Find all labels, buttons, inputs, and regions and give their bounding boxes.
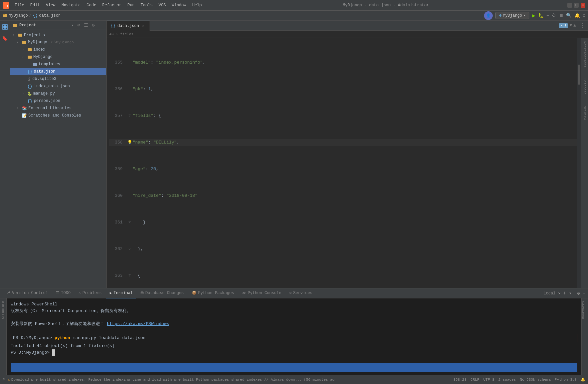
status-notifications[interactable]: 🔔 [581,377,585,382]
status-encoding[interactable]: UTF-8 [483,378,494,382]
user-avatar[interactable]: 👤 [484,11,493,20]
tab-label: Version Control [12,291,48,295]
terminal-minimize-icon[interactable]: − [583,291,585,296]
tree-item-mydjango[interactable]: ▾ MyDjango D:\MyDjango [10,39,106,46]
tab-problems[interactable]: ⚠ Problems [75,288,105,298]
add-terminal-button[interactable]: + [563,290,566,296]
data-json-icon: {} [27,69,33,74]
editor-scrollbar[interactable] [577,38,581,288]
bookmarks-icon[interactable]: 🔖 [1,35,9,42]
settings-button[interactable]: ⚙ [583,13,585,18]
terminal-text: Installed 44 object(s) from 1 fixture(s) [11,343,115,348]
status-python-version[interactable]: Python 3.8 [555,378,577,382]
tree-item-external-libs[interactable]: › 📚 External Libraries [10,105,106,112]
database-panel-label[interactable]: Database [583,77,586,97]
menu-view[interactable]: View [43,2,58,9]
tab-python-console[interactable]: ≫ Python Console [239,288,285,298]
tree-label: index_data.json [34,84,70,89]
terminal-cmd-box: PS D:\MyDjango> python manage.py loaddat… [11,334,577,342]
status-position[interactable]: 358:23 [453,378,467,382]
menu-navigate[interactable]: Navigate [59,2,83,9]
status-indent[interactable]: 2 spaces [498,378,516,382]
expand-all-icon[interactable]: ▼ [569,23,572,28]
collapse-all-button[interactable]: ☰ [83,22,89,28]
line-number: 361 [109,219,127,226]
hide-panel-button[interactable]: − [98,22,104,28]
tree-item-manage-py[interactable]: › 🐍 manage.py [10,90,106,97]
tree-label: MyDjango D:\MyDjango [28,40,74,45]
project-view-icon[interactable] [1,23,9,31]
tree-item-index-data-json[interactable]: › {} index_data.json [10,83,106,90]
tree-item-db[interactable]: › 🗄 db.sqlite3 [10,75,106,83]
menu-file[interactable]: File [12,2,27,9]
tree-item-mydjango-sub[interactable]: › MyDjango [10,53,106,61]
editor-toolbar: ✓ 7 ▼ ▲ ⋮ [556,22,588,29]
menu-run[interactable]: Run [125,2,137,9]
fold-icon[interactable]: ▽ [129,113,131,119]
scrollbar-thumb[interactable] [578,65,580,85]
breadcrumb-project[interactable]: MyDjango [9,13,28,18]
code-line-358: 358 💡 "name": "DELLily", [109,139,577,146]
tree-item-index[interactable]: › index [10,46,106,53]
tab-data-json[interactable]: {} data.json ✕ [107,21,150,31]
status-warning[interactable]: ⚠ Download pre-built shared indexes: Red… [8,377,334,382]
tab-python-packages[interactable]: 📦 Python Packages [189,288,238,298]
fold-icon[interactable]: ▽ [129,246,131,252]
locate-file-button[interactable]: ⊕ [76,22,82,28]
line-number: 360 [109,192,127,199]
breadcrumb-filename[interactable]: data.json [39,13,61,18]
maximize-button[interactable]: □ [574,3,579,8]
terminal-link[interactable]: https://aka.ms/PSWindows [107,321,169,326]
fold-icon[interactable]: ▽ [129,272,131,279]
tab-version-control[interactable]: ⎇ Version Control [3,288,51,298]
notifications-panel-label[interactable]: Notifications [583,39,586,69]
structure-label[interactable]: Structure [1,301,5,319]
minimize-button[interactable]: − [567,3,572,8]
bookmarks-label[interactable]: Bookmarks [582,301,585,319]
tab-services[interactable]: ⚙ Services [286,288,315,298]
menu-tools[interactable]: Tools [138,2,155,9]
database-changes-icon: ⛃ [141,291,144,295]
panel-dropdown-arrow[interactable]: ▾ [71,23,74,27]
tree-item-templates[interactable]: › templates [10,61,106,68]
menu-vcs[interactable]: VCS [156,2,169,9]
collapse-all-icon[interactable]: ▲ [573,23,576,28]
tab-todo[interactable]: ☰ TODO [53,288,74,298]
panel-options-button[interactable]: ⚙ [90,22,96,28]
menu-help[interactable]: Help [190,2,205,9]
code-line-363: 363 ▽ { [109,272,577,279]
fold-icon[interactable]: ▽ [129,219,131,226]
status-line-ending[interactable]: CRLF [470,378,479,382]
code-editor[interactable]: 355 "model": "index.personinfo", 356 "pk… [107,38,577,288]
coverage-button[interactable]: ☂ [546,13,549,18]
run-button[interactable]: ▶ [532,12,535,19]
status-schema[interactable]: No JSON schema [520,378,551,382]
tree-item-person-json[interactable]: › {} person.json [10,97,106,105]
tab-close-button[interactable]: ✕ [141,24,146,28]
profile-button[interactable]: ⏱ [552,13,556,18]
terminal-local-label: Local [543,291,555,296]
search-button[interactable]: 🔍 [566,13,572,18]
more-options-icon[interactable]: ⋮ [580,22,585,29]
bulb-icon[interactable]: 💡 [127,139,132,146]
close-button[interactable]: ✕ [581,3,585,8]
notifications-button[interactable]: 🔔 [574,13,580,18]
tree-item-scratches[interactable]: › 📝 Scratches and Consoles [10,112,106,119]
run-config-selector[interactable]: ⚙ MyDjango ▾ [495,12,529,19]
tree-item-data-json[interactable]: › {} data.json [10,68,106,75]
tab-database-changes[interactable]: ⛃ Database Changes [137,288,187,298]
terminal-dropdown-button[interactable]: ▾ [569,290,572,296]
menu-window[interactable]: Window [169,2,189,9]
terminal-output[interactable]: Windows PowerShell 版权所有（C） Microsoft Cor… [7,298,581,375]
scview-panel-label[interactable]: SciView [583,104,586,122]
close-terminal-tab-button[interactable]: ✕ [558,291,560,295]
tree-item-project[interactable]: ▾ Project ▾ [10,31,106,39]
menu-refactor[interactable]: Refactor [100,2,124,9]
stop-button[interactable]: ⏹ [559,13,563,18]
terminal-settings-icon[interactable]: ⚙ [577,290,580,296]
debug-button[interactable]: 🐛 [538,13,544,18]
menu-code[interactable]: Code [84,2,99,9]
tab-terminal[interactable]: ▶ Terminal [106,288,136,298]
menu-edit[interactable]: Edit [28,2,43,9]
run-config-name: MyDjango [503,13,522,18]
